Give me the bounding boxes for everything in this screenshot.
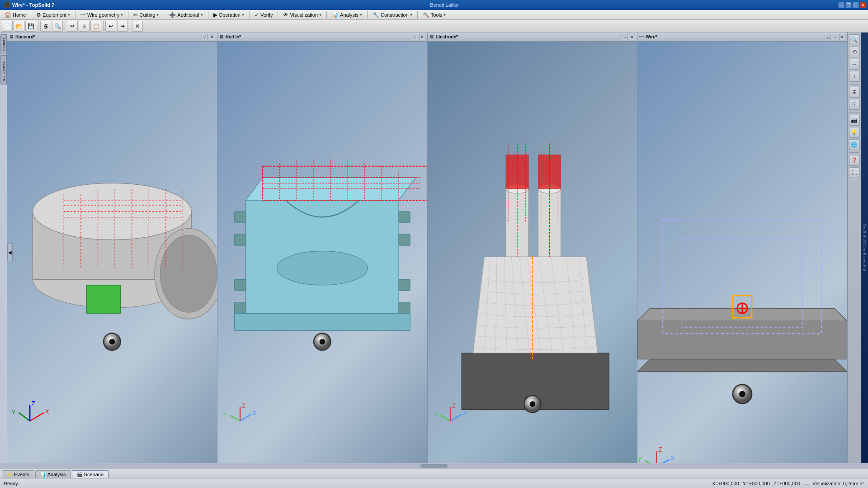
- toolbar-btn-paste[interactable]: 📋: [90, 21, 101, 32]
- wire-settings-btn[interactable]: ▽: [832, 34, 838, 40]
- menu-item-cutting[interactable]: ✂Cutting▾: [130, 11, 162, 19]
- minimize-button[interactable]: —: [838, 2, 844, 8]
- svg-rect-32: [234, 234, 245, 245]
- menu-item-equipment[interactable]: ⚙Equipment▾: [33, 11, 74, 19]
- rs-select-btn[interactable]: ⛶: [849, 167, 860, 178]
- rs-light-btn[interactable]: 💡: [849, 127, 860, 138]
- svg-point-38: [277, 251, 368, 285]
- wire-close-btn[interactable]: ✕: [839, 34, 845, 40]
- restore-button[interactable]: ❐: [845, 2, 852, 8]
- svg-line-90: [450, 414, 462, 421]
- toolbar-btn-delete[interactable]: ✕: [132, 21, 143, 32]
- svg-text:Y: Y: [12, 409, 16, 416]
- menu-dropdown-arrow-cutting: ▾: [156, 12, 159, 17]
- sidebar-tab-nc-operations[interactable]: NC Operat...: [0, 55, 7, 84]
- rs-help-btn[interactable]: ❓: [849, 155, 860, 166]
- svg-point-106: [739, 391, 745, 397]
- menu-item-construction[interactable]: 🔧Construction▾: [369, 11, 416, 19]
- menu-label-visualization: Visualization: [290, 12, 318, 18]
- tab-scenario[interactable]: 🎬 Scenario: [72, 470, 108, 478]
- left-sidebar: Studies NC Operat...: [0, 33, 7, 463]
- scroll-handle[interactable]: [420, 464, 448, 468]
- menu-item-visualization[interactable]: 👁Visualization▾: [279, 11, 325, 19]
- electrode-settings-btn[interactable]: ▽: [622, 34, 628, 40]
- rs-side-btn[interactable]: ↕: [849, 71, 860, 82]
- raccord-left-arrow[interactable]: ◀: [7, 243, 13, 261]
- rs-globe-btn[interactable]: 🌐: [849, 139, 860, 150]
- svg-line-54: [240, 414, 251, 421]
- rs-single-btn[interactable]: ⊡: [849, 99, 860, 110]
- menu-sep-visualization: [326, 11, 327, 19]
- toolbar-btn-copy[interactable]: ⎘: [79, 21, 90, 32]
- rs-add-btn[interactable]: 🔍: [849, 34, 860, 45]
- tab-events-label: Events: [14, 472, 29, 477]
- viewport-electrode: 🖥 Electrode* ▽ ✕: [428, 33, 637, 463]
- toolbar-btn-preview[interactable]: 🔍: [52, 21, 63, 32]
- maximize-button[interactable]: □: [853, 2, 859, 8]
- coord-x: X=+000,000: [712, 481, 739, 486]
- toolbar-btn-save[interactable]: 💾: [25, 21, 36, 32]
- svg-line-107: [656, 460, 669, 463]
- menu-item-operation[interactable]: ▶Operation▾: [210, 11, 248, 19]
- menu-item-wire-geometry[interactable]: 〰Wire geometry▾: [77, 11, 127, 19]
- rollin-content[interactable]: X Y Z 20mm: [217, 42, 427, 463]
- coord-separator: —: [804, 481, 809, 486]
- rs-front-btn[interactable]: ↔: [849, 59, 860, 70]
- menu-label-wire-geometry: Wire geometry: [87, 12, 120, 18]
- menu-sep-verify: [278, 11, 278, 19]
- electrode-content[interactable]: X Y Z 20mm: [428, 42, 637, 463]
- electrode-close-btn[interactable]: ✕: [629, 34, 635, 40]
- raccord-close-btn[interactable]: ✕: [209, 34, 215, 40]
- menu-icon-cutting: ✂: [133, 12, 138, 18]
- svg-text:Y: Y: [637, 456, 642, 463]
- svg-text:X: X: [252, 410, 256, 417]
- svg-text:X: X: [462, 410, 467, 417]
- rs-camera-btn[interactable]: 📷: [849, 115, 860, 126]
- wire-title: Wire*: [646, 34, 823, 39]
- app-title: Wire* - TopSolid 7: [12, 2, 54, 8]
- svg-text:Y: Y: [223, 412, 227, 418]
- rollin-title: Roll In*: [226, 34, 410, 39]
- sidebar-tab-studies[interactable]: Studies: [0, 34, 7, 54]
- tab-events[interactable]: ⚡ Events: [2, 470, 34, 478]
- svg-rect-33: [399, 234, 410, 245]
- menu-label-home: Home: [13, 12, 26, 18]
- toolbar-btn-new[interactable]: 📄: [2, 21, 13, 32]
- menu-item-additional[interactable]: ➕Additional▾: [165, 11, 206, 19]
- wire-expand-btn[interactable]: △: [825, 34, 831, 40]
- toolbar-sep-sep3: [103, 21, 104, 31]
- menu-dropdown-arrow-construction: ▾: [410, 12, 412, 17]
- menu-item-home[interactable]: 🏠Home: [1, 11, 29, 19]
- toolbar-btn-undo[interactable]: ↩: [105, 21, 116, 32]
- toolbar-btn-redo[interactable]: ↪: [117, 21, 128, 32]
- tab-analysis[interactable]: 📊 Analysis: [35, 470, 71, 478]
- svg-rect-34: [234, 279, 245, 291]
- rs-sep2: [849, 112, 859, 113]
- svg-text:Y: Y: [433, 412, 437, 418]
- wire-content[interactable]: X Y Z 50mm: [637, 42, 847, 463]
- viewport-scrollbar[interactable]: [0, 463, 868, 468]
- svg-rect-35: [399, 279, 410, 291]
- menu-items-container: 🏠Home⚙Equipment▾〰Wire geometry▾✂Cutting▾…: [1, 11, 449, 19]
- rollin-close-btn[interactable]: ✕: [419, 34, 425, 40]
- rs-views-btn[interactable]: ⊞: [849, 87, 860, 98]
- toolbar-btn-print[interactable]: 🖨: [40, 21, 51, 32]
- svg-rect-36: [234, 302, 245, 314]
- svg-text:X: X: [670, 455, 675, 462]
- menu-bar: 🏠Home⚙Equipment▾〰Wire geometry▾✂Cutting▾…: [0, 10, 868, 20]
- raccord-content[interactable]: X Y Z 20mm ◀: [7, 42, 217, 463]
- svg-rect-5: [86, 285, 120, 314]
- rollin-settings-btn[interactable]: ▽: [412, 34, 418, 40]
- menu-item-tools[interactable]: 🔨Tools▾: [419, 11, 450, 19]
- toolbar-btn-open[interactable]: 📂: [14, 21, 24, 32]
- rs-fit-btn[interactable]: ⟲: [849, 47, 860, 57]
- close-button[interactable]: ✕: [860, 2, 866, 8]
- raccord-settings-btn[interactable]: ▽: [202, 34, 208, 40]
- menu-item-verify[interactable]: ✓Verify: [251, 11, 277, 19]
- menu-dropdown-arrow-tools: ▾: [443, 12, 446, 17]
- bottom-tabs-bar: ⚡ Events 📊 Analysis 🎬 Scenario: [0, 468, 868, 478]
- menu-item-analysis[interactable]: 📊Analysis▾: [328, 11, 366, 19]
- viewport-wire: 〰 Wire* △ ▽ ✕: [637, 33, 847, 463]
- svg-point-89: [529, 401, 535, 407]
- toolbar-btn-cut-tb[interactable]: ✂: [67, 21, 78, 32]
